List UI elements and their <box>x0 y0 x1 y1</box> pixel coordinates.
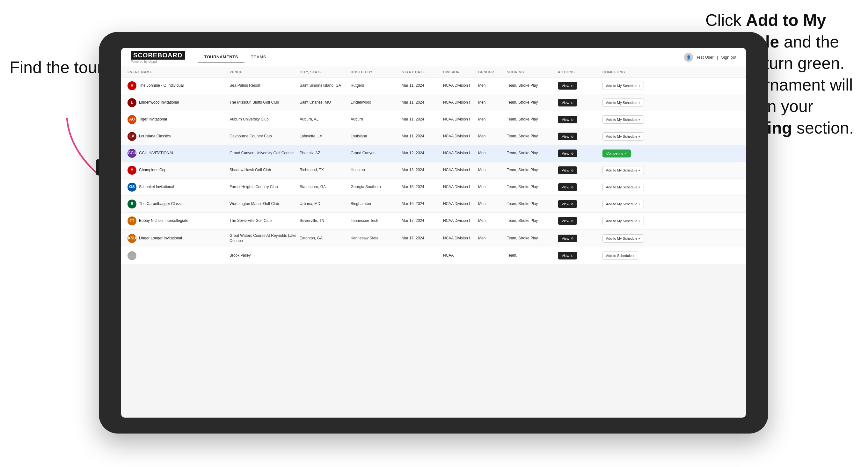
add-to-schedule-button[interactable]: Add to My Schedule + <box>602 183 644 191</box>
add-to-schedule-button[interactable]: Add to My Schedule + <box>602 132 644 141</box>
competing-cell: Add to My Schedule + <box>602 166 666 175</box>
col-competing: COMPETING <box>602 70 666 74</box>
top-nav-bar: SCOREBOARD Powered by clippd TOURNAMENTS… <box>121 48 746 67</box>
add-to-schedule-button[interactable]: Add to My Schedule + <box>602 200 644 208</box>
team-logo: LA <box>127 132 136 141</box>
view-label: View <box>562 185 569 189</box>
view-button[interactable]: View ⊙ <box>558 150 577 157</box>
venue-cell: Forest Heights Country Club <box>229 185 300 190</box>
hosted-by-cell: Lindenwood <box>351 100 402 105</box>
event-name-text: Champions Cup <box>139 168 166 173</box>
actions-cell: View ⊙ <box>558 99 602 106</box>
user-name: Test User <box>696 55 714 60</box>
competing-cell: Add to My Schedule + <box>602 82 666 90</box>
add-to-schedule-button[interactable]: Add to My Schedule + <box>602 217 644 225</box>
scoring-cell: Team, Stroke Play <box>507 134 558 139</box>
gender-cell: Men <box>478 117 507 122</box>
col-division: DIVISION <box>443 70 478 74</box>
view-icon: ⊙ <box>571 101 574 104</box>
event-name-text: GCU INVITATIONAL <box>139 151 174 156</box>
view-icon: ⊙ <box>571 237 574 240</box>
start-date-cell: Mar 17, 2024 <box>402 218 443 223</box>
view-button[interactable]: View ⊙ <box>558 235 577 242</box>
division-cell: NCAA Division I <box>443 168 478 173</box>
competing-cell: Add to Schedule + <box>602 251 666 260</box>
sign-out-link[interactable]: Sign out <box>721 55 736 60</box>
competing-cell: Add to My Schedule + <box>602 234 666 243</box>
scoring-cell: Team, Stroke Play <box>507 218 558 223</box>
gender-cell: Men <box>478 201 507 207</box>
gender-cell: Men <box>478 151 507 156</box>
venue-cell: Auburn University Club <box>229 117 300 122</box>
view-button[interactable]: View ⊙ <box>558 82 577 90</box>
scoring-cell: Team, Stroke Play <box>507 151 558 156</box>
table-row: LA Louisiana Classics Oakbourne Country … <box>121 128 746 145</box>
table-row: KSU Linger Longer Invitational Great Wat… <box>121 229 746 247</box>
view-button[interactable]: View ⊙ <box>558 183 577 191</box>
tab-tournaments[interactable]: TOURNAMENTS <box>198 52 244 62</box>
gender-cell: Men <box>478 100 507 105</box>
event-name-cell: ... <box>127 251 229 260</box>
col-venue: VENUE <box>229 70 300 74</box>
add-to-schedule-button[interactable]: Add to My Schedule + <box>602 234 644 243</box>
table-row: TT Bobby Nichols Intercollegiate The Sev… <box>121 213 746 229</box>
start-date-cell: Mar 13, 2024 <box>402 168 443 173</box>
city-state-cell: Urbana, MD <box>300 201 351 207</box>
tab-teams[interactable]: TEAMS <box>245 52 273 62</box>
view-button[interactable]: View ⊙ <box>558 99 577 106</box>
view-button[interactable]: View ⊙ <box>558 200 577 208</box>
view-icon: ⊙ <box>571 135 574 138</box>
scoring-cell: Team, Stroke Play <box>507 185 558 190</box>
col-hosted-by: HOSTED BY <box>351 70 402 74</box>
table-row: GCU GCU INVITATIONAL Grand Canyon Univer… <box>121 145 746 162</box>
nav-tabs: TOURNAMENTS TEAMS <box>198 52 272 62</box>
view-button[interactable]: View ⊙ <box>558 133 577 140</box>
add-to-schedule-button[interactable]: Add to My Schedule + <box>602 82 644 90</box>
team-logo: GCU <box>127 149 136 158</box>
competing-button[interactable]: Competing ✓ <box>602 150 631 157</box>
powered-by-label: Powered by clippd <box>131 60 185 63</box>
city-state-cell: Saint Simons Island, GA <box>300 83 351 88</box>
event-name-cell: TT Bobby Nichols Intercollegiate <box>127 216 229 225</box>
add-to-schedule-button[interactable]: Add to My Schedule + <box>602 98 644 107</box>
scoring-cell: Team, Stroke Play <box>507 201 558 207</box>
gender-cell: Men <box>478 168 507 173</box>
view-icon: ⊙ <box>571 219 574 223</box>
team-logo: L <box>127 98 136 107</box>
city-state-cell: Lafayette, LA <box>300 134 351 139</box>
competing-cell: Add to My Schedule + <box>602 200 666 208</box>
event-name-cell: L Lindenwood Invitational <box>127 98 229 107</box>
actions-cell: View ⊙ <box>558 200 602 208</box>
view-button[interactable]: View ⊙ <box>558 166 577 174</box>
venue-cell: Sea Palms Resort <box>229 83 300 88</box>
hosted-by-cell: Binghamton <box>351 201 402 207</box>
city-state-cell: Saint Charles, MO <box>300 100 351 105</box>
view-label: View <box>562 151 569 155</box>
table-header: EVENT NAME VENUE CITY, STATE HOSTED BY S… <box>121 67 746 77</box>
view-icon: ⊙ <box>571 203 574 206</box>
add-to-schedule-button[interactable]: Add to My Schedule + <box>602 166 644 175</box>
view-icon: ⊙ <box>571 84 574 88</box>
view-button[interactable]: View ⊙ <box>558 217 577 225</box>
venue-cell: The Sevierville Golf Club <box>229 218 300 223</box>
view-label: View <box>562 254 569 257</box>
add-to-schedule-button[interactable]: Add to Schedule + <box>602 251 638 260</box>
hosted-by-cell: Kennesaw State <box>351 236 402 241</box>
add-to-schedule-button[interactable]: Add to My Schedule + <box>602 115 644 124</box>
actions-cell: View ⊙ <box>558 252 602 259</box>
competing-cell: Add to My Schedule + <box>602 217 666 225</box>
view-button[interactable]: View ⊙ <box>558 252 577 259</box>
event-name-text: Bobby Nichols Intercollegiate <box>139 218 188 223</box>
city-state-cell: Richmond, TX <box>300 168 351 173</box>
hosted-by-cell: Grand Canyon <box>351 151 402 156</box>
event-name-cell: GS Schenkel Invitational <box>127 183 229 192</box>
gender-cell: Men <box>478 185 507 190</box>
competing-cell: Competing ✓ <box>602 150 666 157</box>
view-button[interactable]: View ⊙ <box>558 116 577 123</box>
actions-cell: View ⊙ <box>558 235 602 242</box>
col-gender: GENDER <box>478 70 507 74</box>
gender-cell: Men <box>478 134 507 139</box>
view-icon: ⊙ <box>571 254 574 257</box>
event-name-text: Lindenwood Invitational <box>139 100 179 105</box>
logo-area: SCOREBOARD Powered by clippd <box>131 51 185 63</box>
